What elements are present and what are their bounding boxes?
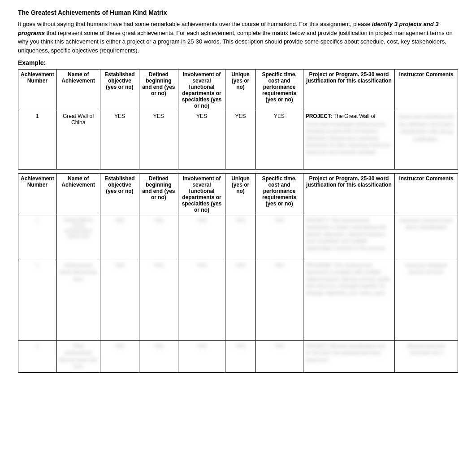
s-row3-established: YES: [100, 341, 139, 373]
s-header-project: Project or Program. 25-30 word justifica…: [303, 174, 395, 215]
s-header-unique: Unique (yes or no): [225, 174, 255, 215]
s-row2-unique: YES: [225, 260, 255, 341]
header-project: Project or Program. 25-30 word justifica…: [303, 70, 395, 111]
classification-text: The Great Wall of: [333, 113, 376, 119]
s-row3-involvement: YES: [178, 341, 225, 373]
s-row2-involvement: YES: [178, 260, 225, 341]
s-row2-number: 2: [18, 260, 57, 341]
s-row2-name: Achievement name blurred text here: [56, 260, 100, 341]
page-title: The Greatest Achievements of Human Kind …: [18, 9, 458, 16]
s-row1-specific: YES: [255, 215, 303, 260]
s-header-name: Name of Achievement: [56, 174, 100, 215]
s-row2-instructor: Instructor feedback blurred out here: [395, 260, 458, 341]
example-data-row: 1 Great Wall of China YES YES YES YES YE…: [18, 111, 458, 170]
s-row2-specific: YES: [255, 260, 303, 341]
s-header-specific: Specific time, cost and performance requ…: [255, 174, 303, 215]
s-header-established: Established objective (yes or no): [100, 174, 139, 215]
header-unique: Unique (yes or no): [225, 70, 255, 111]
s-row1-involvement: YES: [178, 215, 225, 260]
student-row-1: 1 Great Wall of China achievement name t…: [18, 215, 458, 260]
intro-text-2: that represent some of these great achie…: [18, 30, 453, 54]
student-row-3: 3 Third achievement blurred name text he…: [18, 341, 458, 373]
example-row-involvement: YES: [178, 111, 225, 170]
s-row1-classification: PROJECT: This achievement represents a u…: [303, 215, 395, 260]
header-achievement-number: Achievement Number: [18, 70, 57, 111]
header-involvement: Involvement of several functional depart…: [178, 70, 225, 111]
s-row3-name: Third achievement blurred name text here: [56, 341, 100, 373]
example-label: Example:: [18, 59, 458, 66]
s-row2-classification: PROGRAM: This achievement represents a p…: [303, 260, 395, 341]
s-row2-defined: YES: [139, 260, 178, 341]
project-label: PROJECT:: [306, 113, 332, 119]
s-row3-defined: YES: [139, 341, 178, 373]
example-row-established: YES: [100, 111, 139, 170]
s-row1-instructor: Instructor comment here about classifica…: [395, 215, 458, 260]
s-row1-defined: YES: [139, 215, 178, 260]
intro-text-1: It goes without saying that humans have …: [18, 21, 370, 27]
example-row-defined: YES: [139, 111, 178, 170]
s-row2-established: YES: [100, 260, 139, 341]
s-row1-number: 1: [18, 215, 57, 260]
student-table: Achievement Number Name of Achievement E…: [18, 173, 458, 373]
example-row-unique: YES: [225, 111, 255, 170]
example-row-number: 1: [18, 111, 57, 170]
s-row3-classification: PROJECT: Blurred classification text for…: [303, 341, 395, 373]
s-row1-unique: YES: [225, 215, 255, 260]
intro-paragraph: It goes without saying that humans have …: [18, 20, 458, 55]
header-instructor: Instructor Comments: [395, 70, 458, 111]
s-header-number: Achievement Number: [18, 174, 57, 215]
header-established: Established objective (yes or no): [100, 70, 139, 111]
s-row1-name: Great Wall of China achievement name tex…: [56, 215, 100, 260]
example-row-name: Great Wall of China: [56, 111, 100, 170]
s-header-involvement: Involvement of several functional depart…: [178, 174, 225, 215]
instructor-comment-blurred: Good work identifying the key attributes…: [397, 113, 455, 143]
s-header-defined: Defined beginning and end (yes or no): [139, 174, 178, 215]
s-row1-established: YES: [100, 215, 139, 260]
s-header-instructor: Instructor Comments: [395, 174, 458, 215]
classification-blurred-text: China had remarkable achievements includ…: [306, 121, 393, 156]
s-row3-specific: YES: [255, 341, 303, 373]
example-row-specific: YES: [255, 111, 303, 170]
example-table: Achievement Number Name of Achievement E…: [18, 69, 458, 170]
header-name: Name of Achievement: [56, 70, 100, 111]
student-row-2: 2 Achievement name blurred text here YES…: [18, 260, 458, 341]
s-row3-unique: YES: [225, 341, 255, 373]
example-row-classification: PROJECT: The Great Wall of China had rem…: [303, 111, 395, 170]
s-row3-number: 3: [18, 341, 57, 373]
header-defined: Defined beginning and end (yes or no): [139, 70, 178, 111]
header-specific: Specific time, cost and performance requ…: [255, 70, 303, 111]
s-row3-instructor: Blurred instructor comment row 3: [395, 341, 458, 373]
example-row-instructor: Good work identifying the key attributes…: [395, 111, 458, 170]
